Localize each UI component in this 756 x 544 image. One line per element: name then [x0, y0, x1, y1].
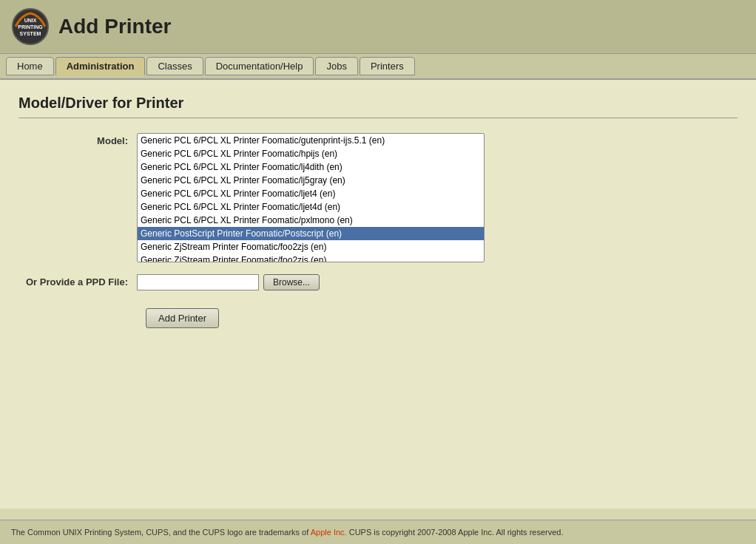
nav-administration[interactable]: Administration — [55, 57, 146, 75]
ppd-row: Or Provide a PPD File: Browse... — [18, 274, 738, 290]
svg-text:PRINTING: PRINTING — [18, 24, 43, 30]
footer-text-before: The Common UNIX Printing System, CUPS, a… — [11, 528, 311, 537]
header: UNIX PRINTING SYSTEM Add Printer — [0, 0, 756, 54]
page-title: Add Printer — [58, 15, 171, 38]
nav-documentation[interactable]: Documentation/Help — [205, 57, 314, 75]
nav-home[interactable]: Home — [6, 57, 54, 75]
model-label: Model: — [18, 133, 137, 146]
ppd-label: Or Provide a PPD File: — [18, 274, 137, 288]
browse-button[interactable]: Browse... — [263, 274, 320, 290]
add-printer-row: Add Printer — [18, 302, 738, 328]
svg-text:UNIX: UNIX — [24, 18, 37, 23]
model-select[interactable]: Generic PCL 6/PCL XL Printer Foomatic/gu… — [137, 133, 485, 262]
ppd-file-input[interactable] — [137, 274, 259, 290]
model-control: Generic PCL 6/PCL XL Printer Foomatic/gu… — [137, 133, 507, 262]
nav-jobs[interactable]: Jobs — [315, 57, 357, 75]
footer: The Common UNIX Printing System, CUPS, a… — [0, 520, 756, 544]
cups-logo: UNIX PRINTING SYSTEM — [11, 7, 50, 46]
svg-text:SYSTEM: SYSTEM — [20, 31, 41, 36]
nav-classes[interactable]: Classes — [146, 57, 203, 75]
add-printer-button[interactable]: Add Printer — [146, 308, 219, 328]
section-title: Model/Driver for Printer — [18, 95, 738, 118]
ppd-control: Browse... — [137, 274, 507, 290]
footer-text-after: CUPS is copyright 2007-2008 Apple Inc. A… — [347, 528, 564, 537]
nav-printers[interactable]: Printers — [360, 57, 415, 75]
apple-link[interactable]: Apple Inc. — [311, 528, 347, 537]
navbar: Home Administration Classes Documentatio… — [0, 54, 756, 80]
model-row: Model: Generic PCL 6/PCL XL Printer Foom… — [18, 133, 738, 262]
main-content: Model/Driver for Printer Model: Generic … — [0, 80, 756, 509]
